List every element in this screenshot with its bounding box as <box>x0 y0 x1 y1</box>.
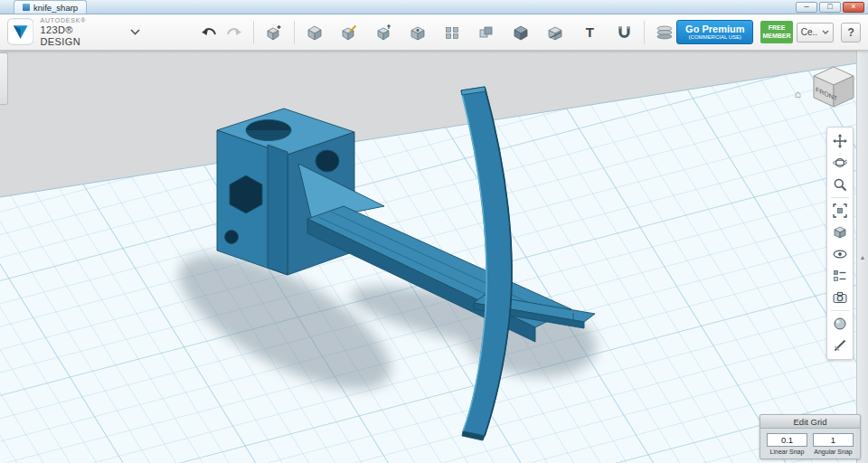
membership-line1: FREE <box>769 24 786 32</box>
account-dropdown[interactable]: Ce.. <box>797 23 835 43</box>
edge-style-icon <box>833 338 847 353</box>
go-premium-sublabel: (COMMERCIAL USE) <box>689 34 741 40</box>
view-toolbar <box>826 127 854 360</box>
app-window: knife_sharp – □ × AUTODESK® 123D® DESIGN <box>0 0 868 463</box>
print-3d-button[interactable] <box>653 19 676 46</box>
redo-icon <box>224 25 242 40</box>
primitives-tool-button[interactable] <box>303 19 326 46</box>
help-button[interactable]: ? <box>841 23 861 43</box>
window-titlebar: knife_sharp – □ × <box>0 0 868 14</box>
document-tab[interactable]: knife_sharp <box>14 0 87 14</box>
eye-icon <box>833 247 847 261</box>
zoom-button[interactable] <box>828 174 852 195</box>
linear-snap-input[interactable] <box>767 433 807 447</box>
combine-tool-button[interactable] <box>509 19 533 46</box>
sketch-tool-button[interactable] <box>337 19 361 46</box>
account-name: Ce.. <box>801 27 817 37</box>
modify-tool-button[interactable] <box>406 19 429 46</box>
camera-icon <box>833 290 847 305</box>
undo-icon <box>201 25 219 40</box>
toolbar-divider <box>831 197 849 198</box>
redo-button[interactable] <box>222 19 245 46</box>
brand-text: AUTODESK® 123D® DESIGN <box>40 17 115 47</box>
magnet-icon <box>617 24 632 41</box>
material-sphere-icon <box>833 317 847 331</box>
print-3d-icon <box>656 24 674 41</box>
home-view-icon[interactable]: ⌂ <box>795 89 801 99</box>
toolbar-divider <box>831 310 849 311</box>
app-menu-button[interactable]: AUTODESK® 123D® DESIGN <box>7 17 140 47</box>
zoom-extents-button[interactable] <box>828 200 852 222</box>
visibility-button[interactable] <box>828 243 852 265</box>
angular-snap-label: Angular Snap <box>814 449 852 455</box>
display-settings-icon <box>833 269 847 283</box>
display-settings-button[interactable] <box>828 265 852 287</box>
membership-badge: FREE MEMBER <box>760 21 793 43</box>
linear-snap-group: Linear Snap <box>767 433 807 455</box>
collapse-arrow-icon[interactable]: ▲ <box>860 254 866 260</box>
transform-icon <box>266 24 282 41</box>
grouping-icon <box>478 24 495 41</box>
view-mode-button[interactable] <box>828 222 852 243</box>
toolbar-divider <box>253 21 254 44</box>
viewport-3d[interactable]: ▲ ⌂ FRONT <box>0 51 868 463</box>
brand-company: AUTODESK® <box>40 17 115 24</box>
angular-snap-input[interactable] <box>813 433 854 447</box>
screenshot-button[interactable] <box>828 287 852 308</box>
grouping-tool-button[interactable] <box>475 19 498 46</box>
membership-line2: MEMBER <box>762 33 790 40</box>
pattern-icon <box>444 24 460 41</box>
right-panel-collapse-strip[interactable]: ▲ <box>856 51 868 463</box>
measure-icon <box>547 24 563 41</box>
sketch-icon <box>341 24 357 41</box>
edit-grid-body: Linear Snap Angular Snap <box>760 429 860 458</box>
text-tool-icon: T <box>586 24 594 40</box>
pan-button[interactable] <box>828 130 852 152</box>
go-premium-label: Go Premium <box>685 24 744 35</box>
linear-snap-label: Linear Snap <box>770 449 805 455</box>
pattern-tool-button[interactable] <box>440 19 464 46</box>
main-toolbar: AUTODESK® 123D® DESIGN <box>0 14 868 51</box>
document-icon <box>23 4 30 11</box>
snap-tool-button[interactable] <box>612 19 636 46</box>
window-controls: – □ × <box>796 2 865 13</box>
material-button[interactable] <box>828 313 852 335</box>
transform-tool-button[interactable] <box>262 19 286 46</box>
edge-display-button[interactable] <box>828 335 852 356</box>
text-tool-button[interactable]: T <box>578 19 601 46</box>
primitives-icon <box>307 24 323 41</box>
orbit-button[interactable] <box>828 152 852 174</box>
brand-product: 123D® DESIGN <box>40 24 115 47</box>
edit-grid-title[interactable]: Edit Grid <box>760 415 860 429</box>
construct-tool-button[interactable] <box>372 19 395 46</box>
edit-grid-panel: Edit Grid Linear Snap Angular Snap <box>760 414 861 459</box>
combine-icon <box>513 24 529 41</box>
modify-icon <box>410 24 426 41</box>
close-button[interactable]: × <box>843 2 864 13</box>
view-cube[interactable]: FRONT <box>807 61 857 109</box>
chevron-down-icon[interactable] <box>130 29 140 35</box>
app-logo-icon <box>7 18 33 45</box>
measure-tool-button[interactable] <box>543 19 567 46</box>
minimize-button[interactable]: – <box>796 2 817 13</box>
toolbar-divider <box>644 21 645 44</box>
view-cube-icon <box>833 225 847 240</box>
chevron-down-icon <box>822 30 829 34</box>
zoom-extents-icon <box>833 203 847 218</box>
go-premium-button[interactable]: Go Premium (COMMERCIAL USE) <box>676 20 753 44</box>
viewport-canvas[interactable] <box>0 51 868 463</box>
undo-button[interactable] <box>198 19 222 46</box>
angular-snap-group: Angular Snap <box>813 433 854 455</box>
orbit-icon <box>833 156 847 170</box>
document-title: knife_sharp <box>33 3 78 13</box>
left-panel-handle[interactable] <box>0 52 8 105</box>
pan-icon <box>833 134 847 148</box>
maximize-button[interactable]: □ <box>819 2 841 13</box>
toolbar-divider <box>294 21 295 44</box>
construct-icon <box>375 24 392 41</box>
zoom-icon <box>833 177 847 192</box>
